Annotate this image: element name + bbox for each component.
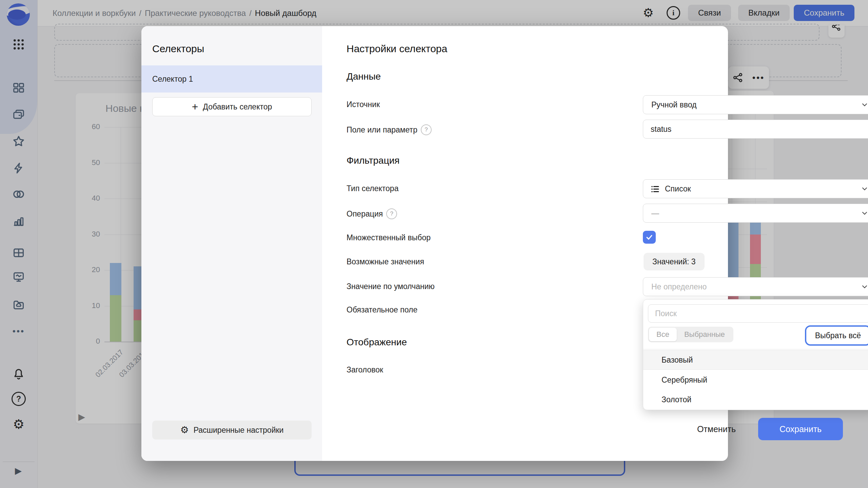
default-value-dropdown: Все Выбранные Выбрать всё Базовый Серебр… (643, 299, 868, 410)
add-selector-label: Добавить селектор (203, 102, 272, 111)
operation-select[interactable]: — (643, 204, 868, 223)
select-all-button[interactable]: Выбрать всё (806, 327, 868, 344)
default-value-placeholder: Не определено (651, 282, 707, 291)
default-value-select[interactable]: Не определено (643, 277, 868, 296)
values-count-badge[interactable]: Значений: 3 (644, 253, 705, 270)
field-label: Поле или параметр (347, 125, 417, 135)
display-section-heading: Отображение (347, 337, 407, 348)
selector-list-item[interactable]: Селектор 1 (141, 65, 322, 93)
selectors-panel-title: Селекторы (152, 43, 204, 55)
source-select[interactable]: Ручной ввод (643, 95, 868, 114)
multi-select-label: Множественный выбор (347, 233, 431, 242)
operation-label: Операция (347, 209, 383, 219)
option-basic[interactable]: Базовый (643, 350, 868, 370)
search-input[interactable] (648, 304, 868, 323)
selector-type-select[interactable]: Список (643, 179, 868, 198)
chevron-down-icon (860, 100, 868, 109)
advanced-settings-label: Расширенные настройки (194, 426, 284, 435)
operation-value: — (651, 209, 659, 218)
chevron-down-icon (860, 282, 868, 291)
check-icon (645, 233, 653, 241)
selectors-dialog: Селекторы Селектор 1 + Добавить селектор… (141, 26, 728, 461)
possible-values-label: Возможные значения (347, 257, 424, 266)
add-selector-button[interactable]: + Добавить селектор (152, 97, 312, 116)
multi-select-checkbox[interactable] (643, 231, 656, 244)
option-silver[interactable]: Серебряный (643, 370, 868, 390)
type-label: Тип селектора (347, 184, 398, 193)
filter-section-heading: Фильтрация (347, 155, 399, 166)
tab-selected[interactable]: Выбранные (677, 328, 732, 341)
type-value: Список (665, 184, 691, 194)
field-input[interactable] (643, 120, 868, 139)
popup-divider (643, 349, 868, 349)
settings-panel-title: Настройки селектора (347, 43, 447, 55)
chevron-down-icon (860, 184, 868, 193)
source-value: Ручной ввод (651, 100, 696, 109)
tab-all[interactable]: Все (649, 328, 677, 341)
field-label-row: Поле или параметр ? (347, 124, 432, 135)
filter-tabs: Все Выбранные (648, 327, 733, 342)
option-gold[interactable]: Золотой (643, 390, 868, 409)
cancel-button[interactable]: Отменить (684, 418, 749, 440)
selectors-list-panel: Селекторы Селектор 1 + Добавить селектор… (141, 26, 322, 461)
default-value-label: Значение по умолчанию (347, 282, 435, 291)
gear-icon: ⚙ (180, 425, 189, 435)
title-field-label: Заголовок (347, 365, 383, 374)
plus-icon: + (192, 101, 198, 112)
advanced-settings-button[interactable]: ⚙ Расширенные настройки (152, 421, 312, 440)
operation-label-row: Операция ? (347, 208, 397, 219)
save-selector-button[interactable]: Сохранить (758, 418, 843, 440)
required-field-label: Обязательное поле (347, 305, 417, 314)
chevron-down-icon (860, 209, 868, 218)
help-circle-icon[interactable]: ? (386, 208, 397, 219)
help-circle-icon[interactable]: ? (421, 124, 432, 135)
list-type-icon (650, 184, 660, 194)
data-section-heading: Данные (347, 71, 381, 82)
selector-settings-panel: Настройки селектора Данные Источник Ручн… (322, 26, 728, 461)
source-label: Источник (347, 100, 380, 109)
